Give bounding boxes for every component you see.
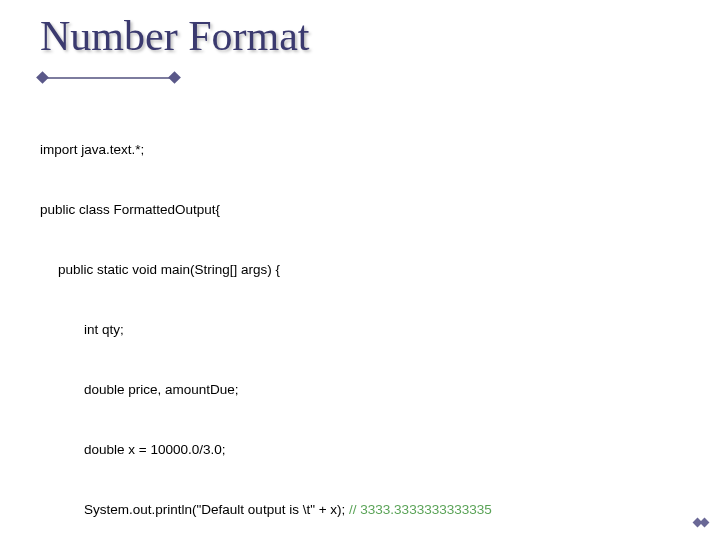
- separator-line: [40, 77, 176, 79]
- corner-accent-icon: [694, 516, 708, 530]
- code-line: int qty;: [40, 320, 680, 340]
- code-line: public static void main(String[] args) {: [40, 260, 680, 280]
- code-line: import java.text.*;: [40, 140, 680, 160]
- page-title: Number Format: [40, 12, 680, 60]
- diamond-icon: [168, 71, 181, 84]
- slide: Number Format import java.text.*; public…: [0, 0, 720, 540]
- code-line: System.out.println("Default output is \t…: [40, 500, 680, 520]
- code-text: System.out.println("Default output is \t…: [84, 502, 349, 517]
- code-comment: // 3333.3333333333335: [349, 502, 492, 517]
- code-block: import java.text.*; public class Formatt…: [40, 100, 680, 540]
- code-line: double x = 10000.0/3.0;: [40, 440, 680, 460]
- code-line: double price, amountDue;: [40, 380, 680, 400]
- code-line: public class FormattedOutput{: [40, 200, 680, 220]
- diamond-icon: [36, 71, 49, 84]
- title-separator: [40, 70, 176, 86]
